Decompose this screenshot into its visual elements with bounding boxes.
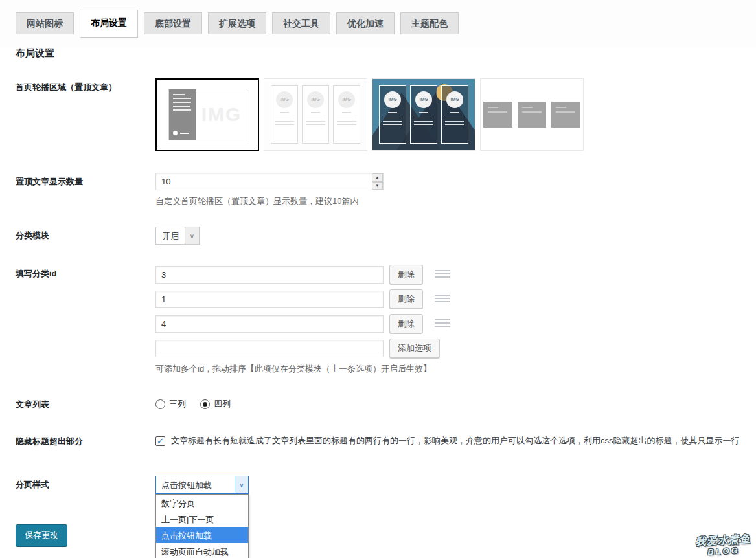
page-title: 布局设置 <box>16 47 756 60</box>
post-list-label: 文章列表 <box>16 396 155 410</box>
pagination-select[interactable]: 点击按钮加载 ∨ <box>155 476 249 494</box>
row-hide-title: 隐藏标题超出部分 ✓ 文章标题有长有短就造成了文章列表里面的标题有的两行有的一行… <box>16 432 756 447</box>
gray-block <box>518 102 547 128</box>
category-module-select[interactable]: 开启 ∨ <box>155 227 200 245</box>
category-ids-help: 可添加多个id，拖动排序【此项仅在分类模块（上一条选项）开启后生效】 <box>155 363 450 375</box>
img-placeholder-circle: IMG <box>307 91 324 108</box>
layout-option-night-scene[interactable]: IMG IMG IMG <box>372 78 475 151</box>
chevron-down-icon: ∨ <box>185 227 199 244</box>
dropdown-option-load-button[interactable]: 点击按钮加载 <box>156 527 248 543</box>
spinner-down-icon[interactable]: ▼ <box>372 182 383 190</box>
delete-button[interactable]: 删除 <box>389 289 423 309</box>
row-pagination-style: 分页样式 点击按钮加载 ∨ 数字分页 上一页|下一页 点击按钮加载 滚动页面自动… <box>16 476 756 494</box>
pagination-selected-value: 点击按钮加载 <box>156 476 235 493</box>
img-placeholder-circle: IMG <box>415 91 432 108</box>
layout-option-big-card[interactable]: IMG <box>155 78 259 151</box>
category-ids-label: 填写分类id <box>16 265 155 280</box>
blog-logo-watermark: 我爱水煮鱼 BLOG <box>695 534 751 557</box>
tab-theme-colors[interactable]: 主题配色 <box>400 12 459 34</box>
big-card-preview: IMG <box>168 89 247 140</box>
img-placeholder-circle: IMG <box>276 91 293 108</box>
category-id-row: 删除 <box>155 314 450 333</box>
tab-footer-settings[interactable]: 底部设置 <box>144 12 202 34</box>
mini-card: IMG <box>302 85 329 144</box>
img-placeholder-text: IMG <box>196 89 247 140</box>
watermark-text-cn: 我爱水煮鱼 <box>695 534 751 547</box>
mini-card: IMG <box>271 85 298 144</box>
add-option-button[interactable]: 添加选项 <box>389 339 440 358</box>
theme-options-page: 网站图标 布局设置 底部设置 扩展选项 社交工具 优化加速 主题配色 布局设置 … <box>0 0 756 558</box>
radio-label: 四列 <box>214 398 231 410</box>
img-placeholder-circle: IMG <box>446 91 463 108</box>
dropdown-option-auto-scroll[interactable]: 滚动页面自动加载 <box>156 543 248 558</box>
mini-card: IMG <box>333 85 360 144</box>
new-category-id-input[interactable] <box>155 340 384 357</box>
gray-block <box>551 102 580 128</box>
hide-title-label: 隐藏标题超出部分 <box>16 432 155 447</box>
tab-site-icon[interactable]: 网站图标 <box>16 12 74 34</box>
category-module-label: 分类模块 <box>16 227 155 241</box>
layout-option-three-blocks[interactable] <box>480 78 584 151</box>
hide-title-description: 文章标题有长有短就造成了文章列表里面的标题有的两行有的一行，影响美观，介意的用户… <box>171 435 740 447</box>
dropdown-option-numeric[interactable]: 数字分页 <box>156 495 248 511</box>
carousel-thumbnails: IMG IMG IMG IMG <box>155 78 588 151</box>
mini-card: IMG <box>410 85 437 144</box>
drag-handle-icon[interactable] <box>435 319 450 328</box>
radio-three-columns[interactable]: 三列 <box>155 398 186 410</box>
category-id-row: 删除 <box>155 265 450 284</box>
tab-extensions[interactable]: 扩展选项 <box>208 12 266 34</box>
pagination-dropdown: 数字分页 上一页|下一页 点击按钮加载 滚动页面自动加载 <box>155 494 249 558</box>
save-changes-button[interactable]: 保存更改 <box>16 524 67 546</box>
radio-circle-icon <box>200 399 210 409</box>
category-id-input[interactable] <box>155 266 384 284</box>
card-sidebar-graphic <box>169 89 196 140</box>
img-placeholder-circle: IMG <box>384 91 401 108</box>
chevron-down-icon: ∨ <box>235 476 248 493</box>
sticky-count-input[interactable] <box>155 173 384 190</box>
row-post-list: 文章列表 三列 四列 <box>16 396 756 410</box>
settings-tabbar: 网站图标 布局设置 底部设置 扩展选项 社交工具 优化加速 主题配色 <box>0 0 756 38</box>
row-sticky-count: 置顶文章显示数量 ▲ ▼ 自定义首页轮播区（置顶文章）显示数量，建议10篇内 <box>16 173 756 207</box>
tab-optimization[interactable]: 优化加速 <box>336 12 395 34</box>
sticky-count-label: 置顶文章显示数量 <box>16 173 155 188</box>
delete-button[interactable]: 删除 <box>389 265 423 284</box>
delete-button[interactable]: 删除 <box>389 314 423 333</box>
drag-handle-icon[interactable] <box>435 270 450 279</box>
img-placeholder-circle: IMG <box>338 91 355 108</box>
category-id-input[interactable] <box>155 291 384 308</box>
radio-circle-icon <box>155 399 165 409</box>
pagination-label: 分页样式 <box>16 476 155 491</box>
mini-card: IMG <box>379 85 406 144</box>
hide-title-checkbox[interactable]: ✓ <box>155 436 165 446</box>
tab-layout-settings[interactable]: 布局设置 <box>80 10 138 38</box>
row-category-module: 分类模块 开启 ∨ <box>16 227 756 245</box>
number-spinner: ▲ ▼ <box>372 173 383 190</box>
carousel-label: 首页轮播区域（置顶文章） <box>16 78 155 93</box>
spinner-up-icon[interactable]: ▲ <box>372 173 383 182</box>
row-carousel-layout: 首页轮播区域（置顶文章） IMG <box>16 78 756 151</box>
mini-card: IMG <box>441 85 468 144</box>
radio-label: 三列 <box>169 398 186 410</box>
tab-social-tools[interactable]: 社交工具 <box>272 12 330 34</box>
category-id-input[interactable] <box>155 315 384 333</box>
sticky-count-help: 自定义首页轮播区（置顶文章）显示数量，建议10篇内 <box>155 195 384 207</box>
drag-handle-icon[interactable] <box>435 295 450 304</box>
dropdown-option-prev-next[interactable]: 上一页|下一页 <box>156 511 248 527</box>
layout-option-three-cards[interactable]: IMG IMG IMG <box>264 78 367 151</box>
gray-block <box>483 102 512 128</box>
category-id-add-row: 添加选项 <box>155 339 450 358</box>
category-id-row: 删除 <box>155 289 450 309</box>
radio-four-columns[interactable]: 四列 <box>200 398 231 410</box>
row-category-ids: 填写分类id 删除 删除 删除 <box>16 265 756 375</box>
select-value: 开启 <box>156 227 185 244</box>
